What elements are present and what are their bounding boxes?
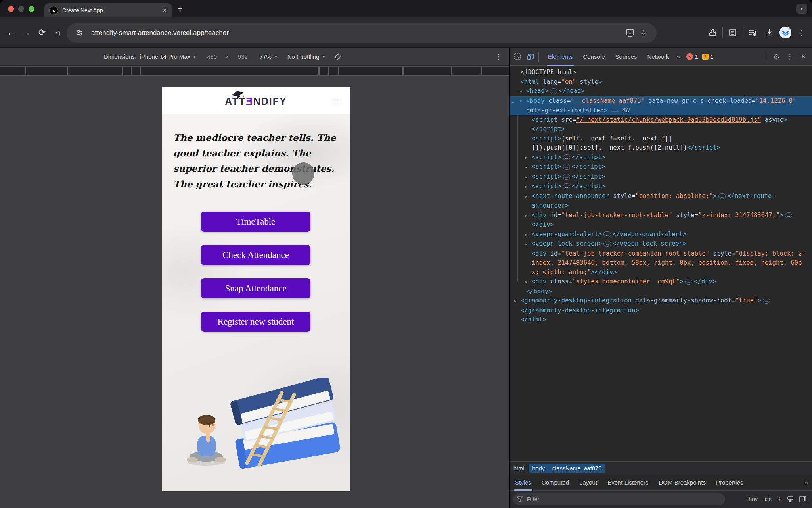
- address-bar[interactable]: attendify-smart-attendance.vercel.app/te…: [67, 23, 657, 43]
- toggle-element-state-button[interactable]: :hov: [747, 496, 757, 502]
- back-button[interactable]: ←: [3, 17, 19, 48]
- app-button-check-attendance[interactable]: Check Attendance: [201, 245, 310, 265]
- reload-button[interactable]: ⟳: [34, 17, 50, 48]
- sidebar-tab-event-listeners[interactable]: Event Listeners: [602, 475, 653, 491]
- dom-tree-node[interactable]: ▸<veepn-lock-screen>…</veepn-lock-screen…: [510, 239, 812, 249]
- dom-tree-node[interactable]: </body>: [510, 287, 812, 296]
- close-window-button[interactable]: [8, 6, 14, 12]
- computed-styles-icon[interactable]: [787, 496, 794, 503]
- devtools-tab-network[interactable]: Network: [642, 48, 674, 66]
- browser-menu-icon[interactable]: ⋮: [795, 26, 808, 39]
- dom-tree-node[interactable]: announcer>: [510, 201, 812, 211]
- expand-arrow-icon[interactable]: ▸: [525, 182, 532, 192]
- device-toolbar-toggle-icon[interactable]: [524, 50, 537, 63]
- more-panels-icon[interactable]: »: [674, 53, 682, 60]
- devtools-tab-sources[interactable]: Sources: [610, 48, 642, 66]
- sidebar-tab-dom-breakpoints[interactable]: DOM Breakpoints: [654, 475, 711, 491]
- device-toolbar-menu-icon[interactable]: ⋮: [495, 52, 502, 61]
- dom-tree-node[interactable]: x; width: auto;"></div>: [510, 268, 812, 277]
- downloads-icon[interactable]: [763, 26, 776, 39]
- throttling-select[interactable]: No throttling▼: [287, 53, 326, 60]
- dom-tree-node[interactable]: ▸<script>…</script>: [510, 153, 812, 163]
- forward-button[interactable]: →: [18, 17, 34, 48]
- hamburger-menu-icon[interactable]: [331, 98, 342, 106]
- collapsed-children-ellipsis[interactable]: …: [563, 164, 571, 170]
- home-button[interactable]: ⌂: [50, 17, 66, 48]
- browser-tab[interactable]: ▲ Create Next App ×: [44, 3, 172, 17]
- breadcrumb-html[interactable]: html: [510, 464, 528, 473]
- expand-arrow-icon[interactable]: ▸: [525, 192, 532, 202]
- dom-tree-node[interactable]: ▸<head>…</head>: [510, 87, 812, 96]
- dom-tree-node[interactable]: <html lang="en" style>: [510, 77, 812, 87]
- styles-filter-pill[interactable]: [513, 493, 725, 505]
- element-classes-button[interactable]: .cls: [763, 496, 772, 502]
- media-controls-icon[interactable]: [746, 26, 760, 39]
- collapsed-children-ellipsis[interactable]: …: [603, 241, 611, 247]
- console-error-badge[interactable]: ×1: [686, 53, 698, 60]
- reading-list-icon[interactable]: [726, 26, 739, 39]
- dom-tree-node[interactable]: <script>(self.__next_f=self.__next_f||: [510, 134, 812, 144]
- expand-arrow-icon[interactable]: ▸: [525, 163, 532, 172]
- inspect-element-icon[interactable]: [511, 50, 524, 63]
- styles-filter-input[interactable]: [526, 496, 721, 503]
- expand-arrow-icon[interactable]: ▸: [525, 173, 532, 182]
- extensions-puzzle-icon[interactable]: [706, 26, 719, 39]
- sidebar-more-tabs-icon[interactable]: »: [805, 479, 812, 486]
- dom-tree-node[interactable]: </grammarly-desktop-integration>: [510, 306, 812, 316]
- expand-arrow-icon[interactable]: ▸: [519, 87, 526, 96]
- profile-avatar[interactable]: [779, 27, 791, 38]
- app-button-register-new-student[interactable]: Register new student: [201, 312, 310, 332]
- collapsed-children-ellipsis[interactable]: …: [763, 298, 770, 304]
- dom-tree-node[interactable]: ▸<grammarly-desktop-integration data-gra…: [510, 296, 812, 306]
- collapsed-children-ellipsis[interactable]: …: [550, 88, 557, 94]
- device-select[interactable]: iPhone 14 Pro Max▼: [140, 53, 197, 60]
- issues-badge[interactable]: !1: [702, 54, 714, 60]
- expand-arrow-icon[interactable]: ▸: [525, 277, 532, 287]
- collapse-arrow-icon[interactable]: ▾: [519, 97, 526, 106]
- viewport-width-field[interactable]: 430: [207, 53, 217, 60]
- dom-tree-node[interactable]: <!DOCTYPE html>: [510, 68, 812, 77]
- dom-tree-node[interactable]: ▸<script>…</script>: [510, 182, 812, 192]
- sidebar-tab-layout[interactable]: Layout: [574, 475, 602, 491]
- tab-close-icon[interactable]: ×: [162, 7, 167, 14]
- breadcrumb-body[interactable]: body.__className_aaf875: [529, 464, 605, 473]
- dom-tree-node[interactable]: []).push([0]);self.__next_f.push([2,null…: [510, 143, 812, 153]
- dom-tree-node[interactable]: </script>: [510, 125, 812, 134]
- sidebar-tab-computed[interactable]: Computed: [536, 475, 574, 491]
- collapsed-children-ellipsis[interactable]: …: [685, 279, 693, 285]
- app-button-snap-attendance[interactable]: Snap Attendance: [201, 278, 310, 298]
- devtools-settings-icon[interactable]: ⚙: [770, 50, 783, 63]
- zoom-select[interactable]: 77%▼: [260, 53, 278, 60]
- dom-tree-node[interactable]: ▸<script>…</script>: [510, 172, 812, 182]
- dom-tree-node[interactable]: index: 2147483646; bottom: 58px; right: …: [510, 258, 812, 268]
- zoom-window-button[interactable]: [29, 6, 34, 12]
- dom-tree-node[interactable]: <script src="/_next/static/chunks/webpac…: [510, 115, 812, 125]
- dom-tree-node[interactable]: </div>: [510, 220, 812, 230]
- node-hover-menu-icon[interactable]: …: [511, 96, 514, 106]
- collapsed-children-ellipsis[interactable]: …: [785, 212, 793, 218]
- sidebar-tab-styles[interactable]: Styles: [510, 475, 536, 491]
- devtools-menu-icon[interactable]: ⋮: [783, 50, 796, 63]
- sidebar-tab-properties[interactable]: Properties: [711, 475, 748, 491]
- dom-tree-node[interactable]: ▸<div class="styles_homecontainer__cm9qE…: [510, 277, 812, 287]
- dom-tree-node[interactable]: <div id="teal-job-tracker-companion-root…: [510, 249, 812, 259]
- expand-arrow-icon[interactable]: ▸: [525, 211, 532, 221]
- collapsed-children-ellipsis[interactable]: …: [718, 193, 726, 199]
- rotate-viewport-icon[interactable]: [333, 52, 343, 61]
- url-text[interactable]: attendify-smart-attendance.vercel.app/te…: [91, 29, 623, 37]
- devtools-tab-elements[interactable]: Elements: [543, 48, 578, 66]
- viewport-height-field[interactable]: 932: [238, 53, 248, 60]
- collapsed-children-ellipsis[interactable]: …: [563, 154, 571, 160]
- collapsed-children-ellipsis[interactable]: …: [603, 231, 611, 237]
- dom-tree-node[interactable]: ▸<veepn-guard-alert>…</veepn-guard-alert…: [510, 230, 812, 240]
- collapsed-children-ellipsis[interactable]: …: [563, 183, 571, 189]
- collapsed-children-ellipsis[interactable]: …: [563, 174, 571, 180]
- devtools-close-icon[interactable]: ×: [797, 50, 810, 63]
- bookmark-star-icon[interactable]: ☆: [637, 26, 650, 40]
- install-app-icon[interactable]: [623, 26, 637, 40]
- tab-search-chevron-icon[interactable]: ▼: [796, 4, 807, 14]
- dom-tree-node[interactable]: data-gr-ext-installed> == $0: [510, 106, 812, 115]
- site-settings-icon[interactable]: [73, 26, 86, 40]
- minimize-window-button[interactable]: [18, 6, 24, 12]
- new-style-rule-button[interactable]: +: [777, 495, 781, 504]
